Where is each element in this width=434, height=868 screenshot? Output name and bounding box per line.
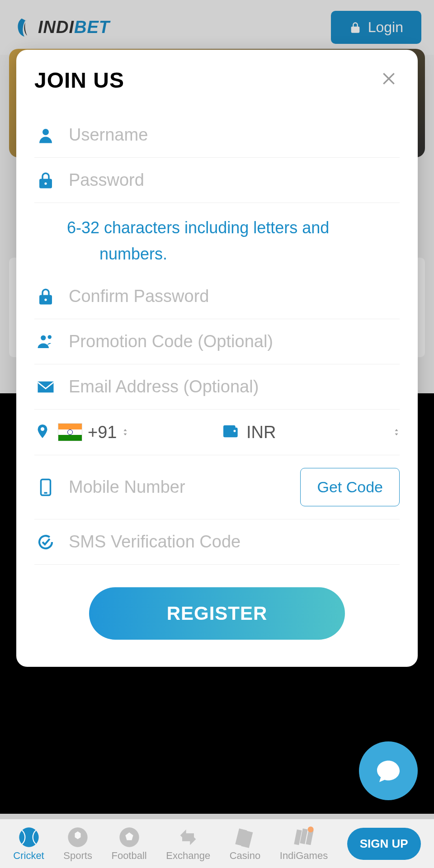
modal-title: JOIN US — [34, 68, 124, 93]
modal-header: JOIN US — [34, 68, 400, 93]
email-input[interactable] — [69, 377, 400, 396]
confirm-password-input[interactable] — [69, 287, 400, 306]
chevron-updown-icon — [122, 429, 128, 435]
join-us-modal: JOIN US 6-32 characters including letter… — [16, 50, 418, 667]
nav-football[interactable]: Football — [111, 826, 146, 862]
get-code-button[interactable]: Get Code — [300, 468, 400, 506]
nav-label: Football — [111, 850, 146, 862]
register-button[interactable]: REGISTER — [89, 587, 345, 640]
svg-point-10 — [308, 826, 314, 832]
nav-cricket[interactable]: Cricket — [13, 826, 44, 862]
nav-label: Cricket — [13, 850, 44, 862]
password-input[interactable] — [69, 170, 400, 190]
chevron-updown-icon — [393, 429, 400, 435]
svg-point-3 — [41, 335, 46, 340]
cricket-icon — [17, 826, 41, 849]
svg-point-0 — [42, 129, 49, 135]
chat-fab[interactable] — [359, 741, 418, 800]
wallet-icon — [221, 422, 239, 442]
country-currency-row: +91 INR — [34, 410, 400, 455]
mobile-icon — [34, 478, 57, 497]
email-icon — [34, 377, 57, 396]
nav-casino[interactable]: Casino — [230, 826, 260, 862]
password-hint: 6-32 characters including letters and nu… — [67, 208, 400, 274]
close-icon — [380, 70, 398, 88]
signup-button[interactable]: SIGN UP — [347, 828, 421, 860]
sports-icon — [66, 826, 90, 849]
indigames-icon — [292, 826, 316, 849]
flag-india-icon — [58, 423, 82, 441]
password-hint-wrap: 6-32 characters including letters and nu… — [34, 203, 400, 274]
email-row — [34, 364, 400, 410]
nav-label: Casino — [230, 850, 260, 862]
nav-exchange[interactable]: Exchange — [166, 826, 210, 862]
casino-icon — [233, 826, 257, 849]
user-icon — [34, 126, 57, 145]
location-icon — [34, 423, 51, 441]
currency-value: INR — [246, 423, 276, 442]
currency-selector[interactable]: INR — [221, 422, 400, 442]
nav-label: IndiGames — [280, 850, 328, 862]
exchange-icon — [176, 826, 200, 849]
mobile-row: Get Code — [34, 455, 400, 519]
sms-code-input[interactable] — [69, 532, 400, 552]
svg-point-4 — [48, 335, 52, 339]
svg-point-1 — [44, 182, 47, 184]
nav-label: Exchange — [166, 850, 210, 862]
confirm-password-row — [34, 274, 400, 319]
svg-point-2 — [44, 298, 47, 301]
username-row — [34, 113, 400, 158]
promo-row — [34, 319, 400, 364]
promo-input[interactable] — [69, 332, 400, 351]
username-input[interactable] — [69, 125, 400, 145]
sms-row — [34, 519, 400, 565]
nav-indigames[interactable]: IndiGames — [280, 826, 328, 862]
lock-icon — [34, 287, 57, 306]
bottom-nav: Cricket Sports Football Exchange Casino … — [0, 819, 434, 868]
country-code-selector[interactable]: +91 — [34, 423, 213, 442]
lock-icon — [34, 171, 57, 190]
close-button[interactable] — [378, 70, 400, 91]
chat-icon — [375, 757, 402, 784]
password-row — [34, 158, 400, 203]
football-icon — [118, 826, 141, 849]
mobile-input[interactable] — [69, 477, 288, 497]
verify-icon — [34, 533, 57, 552]
promo-icon — [34, 332, 57, 351]
country-code-value: +91 — [88, 423, 117, 442]
nav-label: Sports — [63, 850, 92, 862]
nav-sports[interactable]: Sports — [63, 826, 92, 862]
